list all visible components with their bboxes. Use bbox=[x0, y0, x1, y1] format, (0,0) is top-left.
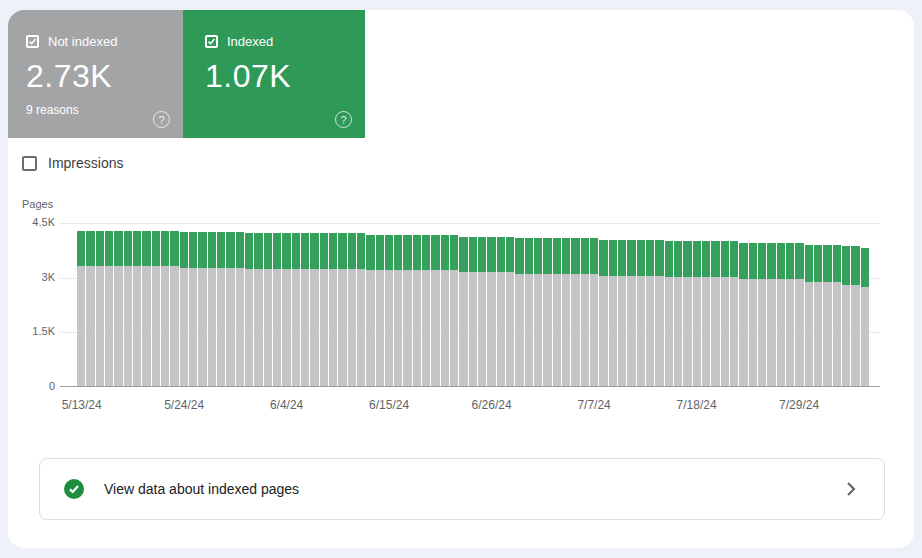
not-indexed-checkbox[interactable] bbox=[26, 35, 39, 48]
chart-bar[interactable] bbox=[702, 241, 710, 386]
chart-bar[interactable] bbox=[450, 235, 458, 386]
chart-bar[interactable] bbox=[403, 235, 411, 386]
chart-bar[interactable] bbox=[543, 238, 551, 386]
chart-bar[interactable] bbox=[301, 233, 309, 386]
chart-bar[interactable] bbox=[338, 233, 346, 386]
chart-bar[interactable] bbox=[861, 248, 869, 386]
chart-bar[interactable] bbox=[133, 231, 141, 386]
chart-bar[interactable] bbox=[730, 241, 738, 386]
card-indexed[interactable]: Indexed 1.07K ? bbox=[183, 10, 365, 138]
chart-bar[interactable] bbox=[152, 231, 160, 386]
chart-bar[interactable] bbox=[758, 243, 766, 386]
chevron-right-icon[interactable] bbox=[846, 481, 856, 497]
chart-bar[interactable] bbox=[208, 232, 216, 386]
chart-bar[interactable] bbox=[310, 233, 318, 386]
chart-bar[interactable] bbox=[198, 232, 206, 386]
chart-bar[interactable] bbox=[497, 237, 505, 386]
chart-bar[interactable] bbox=[189, 232, 197, 386]
chart-bar[interactable] bbox=[749, 243, 757, 386]
chart-bar[interactable] bbox=[357, 233, 365, 386]
chart-bar[interactable] bbox=[655, 240, 663, 386]
chart-bar[interactable] bbox=[320, 233, 328, 386]
chart-bar[interactable] bbox=[366, 235, 374, 386]
chart-bar[interactable] bbox=[842, 246, 850, 386]
chart-bar[interactable] bbox=[394, 235, 402, 386]
chart-bar[interactable] bbox=[329, 233, 337, 386]
chart-bar[interactable] bbox=[618, 240, 626, 386]
chart-bar[interactable] bbox=[674, 241, 682, 386]
chart-bar[interactable] bbox=[105, 231, 113, 386]
chart-bar[interactable] bbox=[833, 245, 841, 386]
chart-bar[interactable] bbox=[142, 231, 150, 386]
chart-bar[interactable] bbox=[282, 233, 290, 386]
chart-bar[interactable] bbox=[739, 243, 747, 386]
chart-bar[interactable] bbox=[590, 238, 598, 386]
chart-bar[interactable] bbox=[646, 240, 654, 386]
chart-bar[interactable] bbox=[292, 233, 300, 386]
chart-bar[interactable] bbox=[627, 240, 635, 386]
x-tick-label: 6/15/24 bbox=[369, 398, 409, 412]
chart-bar[interactable] bbox=[721, 241, 729, 386]
chart-bar[interactable] bbox=[385, 235, 393, 386]
help-icon[interactable]: ? bbox=[153, 111, 170, 128]
chart-bar[interactable] bbox=[767, 243, 775, 386]
chart-bar[interactable] bbox=[823, 245, 831, 386]
chart-bar[interactable] bbox=[478, 237, 486, 386]
chart-bar[interactable] bbox=[264, 233, 272, 386]
chart-bar[interactable] bbox=[805, 245, 813, 386]
chart-bar[interactable] bbox=[711, 241, 719, 386]
chart-bar[interactable] bbox=[254, 233, 262, 386]
chart-bar[interactable] bbox=[124, 231, 132, 386]
chart-bar[interactable] bbox=[609, 240, 617, 386]
chart-bar[interactable] bbox=[786, 243, 794, 386]
chart-bar[interactable] bbox=[515, 238, 523, 386]
bar-segment-indexed bbox=[105, 231, 113, 266]
view-indexed-data-banner[interactable]: View data about indexed pages bbox=[39, 458, 885, 520]
chart-bar[interactable] bbox=[814, 245, 822, 386]
chart-bar[interactable] bbox=[665, 241, 673, 386]
chart-bar[interactable] bbox=[553, 238, 561, 386]
impressions-checkbox[interactable] bbox=[22, 156, 37, 171]
chart-bar[interactable] bbox=[217, 232, 225, 386]
chart-bar[interactable] bbox=[459, 237, 467, 386]
chart-bar[interactable] bbox=[693, 241, 701, 386]
chart-bar[interactable] bbox=[431, 235, 439, 386]
chart-bar[interactable] bbox=[683, 241, 691, 386]
chart-bar[interactable] bbox=[348, 233, 356, 386]
chart-bar[interactable] bbox=[245, 233, 253, 386]
chart-bar[interactable] bbox=[236, 232, 244, 386]
chart-bar[interactable] bbox=[77, 231, 85, 386]
bar-segment-not-indexed bbox=[637, 276, 645, 386]
chart-bar[interactable] bbox=[413, 235, 421, 386]
chart-bar[interactable] bbox=[506, 237, 514, 386]
chart-bar[interactable] bbox=[581, 238, 589, 386]
indexed-checkbox[interactable] bbox=[205, 35, 218, 48]
chart-bar[interactable] bbox=[795, 243, 803, 386]
chart-bar[interactable] bbox=[226, 232, 234, 386]
chart-bar[interactable] bbox=[114, 231, 122, 386]
chart-bar[interactable] bbox=[273, 233, 281, 386]
chart-bar[interactable] bbox=[571, 238, 579, 386]
chart-bar[interactable] bbox=[487, 237, 495, 386]
chart-bar[interactable] bbox=[469, 237, 477, 386]
chart-bar[interactable] bbox=[562, 238, 570, 386]
chart-bar[interactable] bbox=[170, 231, 178, 386]
bar-segment-not-indexed bbox=[133, 266, 141, 386]
chart-bar[interactable] bbox=[599, 240, 607, 386]
chart-bar[interactable] bbox=[777, 243, 785, 386]
bar-segment-indexed bbox=[833, 245, 841, 283]
help-icon[interactable]: ? bbox=[335, 111, 352, 128]
chart-bar[interactable] bbox=[525, 238, 533, 386]
chart-bar[interactable] bbox=[422, 235, 430, 386]
impressions-toggle[interactable]: Impressions bbox=[22, 155, 123, 171]
chart-bar[interactable] bbox=[441, 235, 449, 386]
chart-bar[interactable] bbox=[376, 235, 384, 386]
chart-bar[interactable] bbox=[637, 240, 645, 386]
chart-bar[interactable] bbox=[534, 238, 542, 386]
chart-bar[interactable] bbox=[86, 231, 94, 386]
chart-bar[interactable] bbox=[180, 232, 188, 386]
card-not-indexed[interactable]: Not indexed 2.73K 9 reasons ? bbox=[8, 10, 183, 138]
chart-bar[interactable] bbox=[851, 246, 859, 386]
chart-bar[interactable] bbox=[96, 231, 104, 386]
chart-bar[interactable] bbox=[161, 231, 169, 386]
